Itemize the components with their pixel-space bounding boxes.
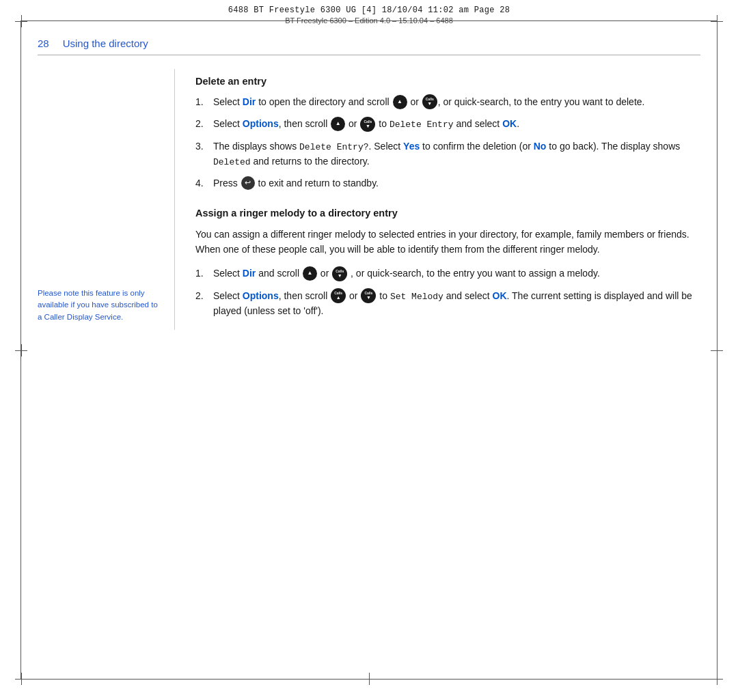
right-column: Delete an entry 1. Select Dir to open th… xyxy=(174,69,700,330)
crosshair-mid-right xyxy=(711,344,723,356)
calls-down-icon-1: Calls▼ xyxy=(422,94,437,109)
scroll-up-icon-3 xyxy=(303,266,317,281)
dir-label-1: Dir xyxy=(243,96,256,107)
options-label-1: Options xyxy=(243,118,279,129)
sidebar-note: Please note this feature is only availab… xyxy=(38,288,161,323)
crosshair-top-right xyxy=(711,15,723,27)
step-num-4: 4. xyxy=(195,176,208,191)
delete-step-3-text: The displays shows Delete Entry?. Select… xyxy=(213,139,700,169)
header-sub-line: BT Freestyle 6300 – Edition 4.0 – 15.10.… xyxy=(285,16,453,25)
crosshair-mid-left xyxy=(15,344,27,356)
yes-label: Yes xyxy=(403,141,420,152)
ringer-step-num-1: 1. xyxy=(195,266,208,281)
ringer-step-2-text: Select Options, then scroll Calls▲ or Ca… xyxy=(213,289,700,319)
options-label-2: Options xyxy=(243,290,279,301)
header-top-line: 6488 BT Freestyle 6300 UG [4] 18/10/04 1… xyxy=(228,5,510,15)
calls-down-icon-2: Calls▼ xyxy=(360,117,375,132)
set-melody-mono: Set Melody xyxy=(390,292,443,302)
ringer-step-num-2: 2. xyxy=(195,289,208,319)
ringer-step-1: 1. Select Dir and scroll or Calls▼ , or … xyxy=(195,266,700,281)
ringer-steps-list: 1. Select Dir and scroll or Calls▼ , or … xyxy=(195,266,700,318)
ok-label-1: OK xyxy=(502,118,517,129)
ringer-step-1-text: Select Dir and scroll or Calls▼ , or qui… xyxy=(213,266,600,281)
delete-entry-q-mono: Delete Entry? xyxy=(299,142,368,152)
delete-step-1: 1. Select Dir to open the directory and … xyxy=(195,95,700,110)
delete-step-1-text: Select Dir to open the directory and scr… xyxy=(213,95,644,110)
page-header: 6488 BT Freestyle 6300 UG [4] 18/10/04 1… xyxy=(34,5,704,25)
section-heading-delete: Delete an entry xyxy=(195,76,700,87)
main-content: 28 Using the directory Please note this … xyxy=(38,38,700,662)
delete-step-4: 4. Press to exit and return to standby. xyxy=(195,176,700,191)
page-number: 28 xyxy=(38,38,49,49)
step-num-1: 1. xyxy=(195,95,208,110)
crosshair-bottom-right xyxy=(711,673,723,685)
delete-step-2-text: Select Options, then scroll or Calls▼ to… xyxy=(213,117,519,132)
end-call-icon xyxy=(241,176,255,190)
two-column-layout: Please note this feature is only availab… xyxy=(38,69,700,330)
deleted-mono: Deleted xyxy=(213,157,251,167)
title-divider xyxy=(38,55,700,55)
scroll-up-icon-1 xyxy=(393,95,407,109)
delete-entry-mono: Delete Entry xyxy=(390,120,454,130)
dir-label-2: Dir xyxy=(243,268,256,279)
delete-step-2: 2. Select Options, then scroll or Calls▼… xyxy=(195,117,700,132)
delete-steps-list: 1. Select Dir to open the directory and … xyxy=(195,95,700,191)
left-column: Please note this feature is only availab… xyxy=(38,69,174,330)
ringer-step-2: 2. Select Options, then scroll Calls▲ or… xyxy=(195,289,700,319)
step-num-3: 3. xyxy=(195,139,208,169)
step-num-2: 2. xyxy=(195,117,208,132)
scroll-up-icon-2 xyxy=(331,117,345,131)
delete-step-3: 3. The displays shows Delete Entry?. Sel… xyxy=(195,139,700,169)
ok-label-2: OK xyxy=(493,290,507,301)
calls-down-icon-4: Calls▼ xyxy=(361,288,376,303)
delete-step-4-text: Press to exit and return to standby. xyxy=(213,176,379,191)
ringer-intro: You can assign a different ringer melody… xyxy=(195,227,700,257)
crosshair-bottom-mid xyxy=(363,673,375,685)
crosshair-top-left xyxy=(15,15,27,27)
page-title-row: 28 Using the directory xyxy=(38,38,700,49)
crosshair-bottom-left xyxy=(15,673,27,685)
calls-up-icon-2: Calls▲ xyxy=(331,288,346,303)
section-heading-ringer: Assign a ringer melody to a directory en… xyxy=(195,208,700,219)
page-title: Using the directory xyxy=(63,38,148,49)
calls-down-icon-3: Calls▼ xyxy=(332,266,347,281)
no-label: No xyxy=(534,141,547,152)
